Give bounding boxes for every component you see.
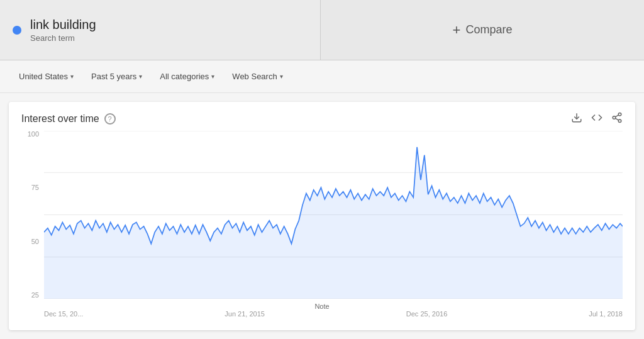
chart-card: Interest over time ? <box>9 102 635 330</box>
filter-categories[interactable]: All categories ▾ <box>153 68 221 85</box>
chart-container: 100 75 50 25 Dec 15, 20... <box>21 131 623 318</box>
help-icon[interactable]: ? <box>104 113 116 125</box>
y-label-75: 75 <box>31 184 39 191</box>
x-label-3: Dec 25, 2016 <box>406 310 447 318</box>
compare-label: Compare <box>465 23 512 36</box>
compare-section[interactable]: + Compare <box>321 0 644 60</box>
filter-time[interactable]: Past 5 years ▾ <box>85 68 148 85</box>
share-icon[interactable] <box>611 112 623 126</box>
x-label-2: Jun 21, 2015 <box>225 310 265 318</box>
term-info: link building Search term <box>30 17 96 43</box>
term-type: Search term <box>30 33 96 43</box>
embed-icon[interactable] <box>591 112 602 126</box>
filter-search-type[interactable]: Web Search ▾ <box>226 68 289 85</box>
chart-actions <box>571 112 623 126</box>
compare-plus: + <box>453 22 461 38</box>
filter-search-type-label: Web Search <box>232 72 277 81</box>
filter-region[interactable]: United States ▾ <box>13 68 80 85</box>
chart-title: Interest over time <box>21 113 99 125</box>
x-axis-labels: Dec 15, 20... Jun 21, 2015 Dec 25, 2016 … <box>44 300 623 318</box>
chevron-down-icon: ▾ <box>211 73 214 80</box>
top-bar: link building Search term + Compare <box>0 0 644 60</box>
filter-region-label: United States <box>19 72 68 81</box>
svg-marker-11 <box>44 147 623 299</box>
chart-note: Note <box>314 303 329 310</box>
chevron-down-icon: ▾ <box>70 73 74 80</box>
y-label-50: 50 <box>31 238 39 245</box>
svg-point-2 <box>613 116 616 119</box>
chart-header: Interest over time ? <box>21 112 623 126</box>
filter-categories-label: All categories <box>160 72 209 81</box>
download-icon[interactable] <box>571 112 582 126</box>
svg-point-3 <box>618 119 621 123</box>
chevron-down-icon: ▾ <box>139 73 142 80</box>
term-dot <box>13 26 21 35</box>
filter-bar: United States ▾ Past 5 years ▾ All categ… <box>0 60 644 93</box>
chevron-down-icon: ▾ <box>280 73 283 80</box>
y-label-100: 100 <box>28 131 39 138</box>
y-label-25: 25 <box>31 292 39 299</box>
svg-line-4 <box>615 118 618 120</box>
search-term-section: link building Search term <box>0 0 321 60</box>
term-name: link building <box>30 17 96 32</box>
svg-line-5 <box>615 115 618 117</box>
filter-time-label: Past 5 years <box>91 72 136 81</box>
chart-svg <box>44 131 623 299</box>
svg-point-1 <box>618 113 621 116</box>
chart-title-area: Interest over time ? <box>21 113 116 125</box>
x-label-4: Jul 1, 2018 <box>589 310 623 318</box>
y-axis-labels: 100 75 50 25 <box>21 131 42 299</box>
x-label-1: Dec 15, 20... <box>44 310 83 318</box>
